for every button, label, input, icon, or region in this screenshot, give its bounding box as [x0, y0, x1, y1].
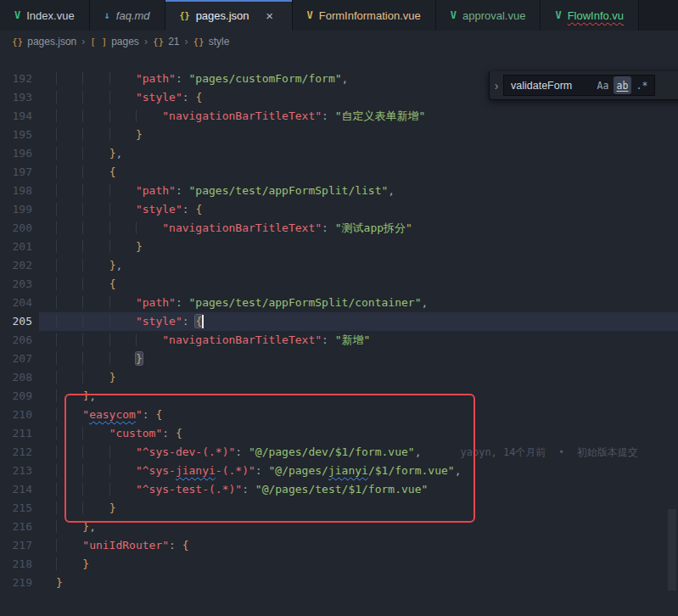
breadcrumb-item-pages-json[interactable]: {}pages.json: [12, 36, 76, 48]
line-number[interactable]: 200: [0, 219, 39, 238]
token-b: {: [195, 91, 202, 104]
token-k: "navigationBarTitleText": [162, 221, 322, 234]
token-s: "测试app拆分": [335, 221, 412, 234]
token-ws: [56, 445, 136, 458]
line-number[interactable]: 212: [0, 443, 39, 462]
code-line-202[interactable]: 202 },: [0, 256, 678, 275]
line-number[interactable]: 204: [0, 294, 39, 312]
line-number[interactable]: 206: [0, 331, 39, 350]
code-line-213[interactable]: 213 "^sys-jianyi-(.*)": "@/pages/jianyi/…: [0, 462, 678, 480]
line-content: ],: [39, 387, 678, 406]
breadcrumb-item-21[interactable]: {}21: [153, 36, 180, 48]
token-k: "path": [136, 296, 176, 309]
code-line-194[interactable]: 194 "navigationBarTitleText": "自定义表单新增": [0, 107, 678, 126]
line-content: {: [39, 163, 678, 182]
token-b: }: [82, 520, 89, 533]
line-number[interactable]: 218: [0, 555, 39, 574]
line-number[interactable]: 216: [0, 518, 39, 536]
line-content: }: [39, 350, 678, 368]
scrollbar[interactable]: [668, 509, 676, 591]
line-number[interactable]: 197: [0, 163, 39, 182]
line-number[interactable]: 199: [0, 200, 39, 219]
code-line-219[interactable]: 219}: [0, 574, 678, 592]
line-number[interactable]: 205: [0, 312, 39, 331]
line-number[interactable]: 203: [0, 275, 39, 294]
code-line-200[interactable]: 200 "navigationBarTitleText": "测试app拆分": [0, 219, 678, 238]
token-ws: [56, 240, 136, 253]
tab-pages-json[interactable]: {}pages.json×: [165, 0, 293, 31]
token-b: }: [109, 501, 116, 514]
token-b: }: [82, 557, 89, 570]
code-line-208[interactable]: 208 }: [0, 368, 678, 387]
code-line-215[interactable]: 215 }: [0, 499, 678, 518]
line-number[interactable]: 211: [0, 424, 39, 443]
tab-approval-vue[interactable]: Vapproval.vue: [436, 0, 541, 31]
tab-forminformation-vue[interactable]: VFormInformation.vue: [293, 0, 436, 31]
token-s: "自定义表单新增": [335, 109, 426, 122]
code-line-210[interactable]: 210 "easycom": {: [0, 406, 678, 424]
tab-flowinfo-vu[interactable]: VFlowInfo.vu: [541, 0, 639, 31]
code-line-216[interactable]: 216 },: [0, 518, 678, 536]
whole-word-button[interactable]: ab: [614, 76, 631, 94]
token-ws: [56, 427, 109, 440]
breadcrumb-separator: ›: [139, 36, 153, 48]
tab-faq-md[interactable]: ↓faq.md: [90, 0, 165, 31]
tab-index-vue[interactable]: VIndex.vue: [0, 0, 90, 31]
code-line-196[interactable]: 196 },: [0, 144, 678, 163]
line-number[interactable]: 207: [0, 350, 39, 368]
code-line-203[interactable]: 203 {: [0, 275, 678, 294]
editor[interactable]: 192 "path": "pages/customForm/form",193 …: [0, 53, 678, 616]
line-number[interactable]: 202: [0, 256, 39, 275]
token-k: ": [136, 408, 143, 421]
token-p: :: [162, 427, 176, 440]
line-number[interactable]: 196: [0, 144, 39, 163]
code-line-195[interactable]: 195 }: [0, 126, 678, 144]
search-input[interactable]: [511, 80, 592, 92]
toggle-replace-button[interactable]: ›: [490, 71, 503, 99]
line-content: }: [39, 126, 678, 144]
line-content: "style": {: [39, 312, 678, 331]
code-line-218[interactable]: 218 }: [0, 555, 678, 574]
line-number[interactable]: 198: [0, 182, 39, 200]
token-p: ,: [421, 296, 428, 309]
line-number[interactable]: 194: [0, 107, 39, 126]
token-p: :: [176, 72, 189, 85]
code-line-197[interactable]: 197 {: [0, 163, 678, 182]
token-s: /$1/form.vue": [368, 464, 455, 477]
line-content: "^sys-test-(.*)": "@/pages/test/$1/form.…: [39, 480, 678, 499]
line-number[interactable]: 215: [0, 499, 39, 518]
code-line-206[interactable]: 206 "navigationBarTitleText": "新增": [0, 331, 678, 350]
match-case-button[interactable]: Aa: [594, 76, 612, 94]
code-line-198[interactable]: 198 "path": "pages/test/appFormSplit/lis…: [0, 182, 678, 200]
breadcrumb-item-pages[interactable]: [ ]pages: [90, 36, 139, 48]
line-number[interactable]: 192: [0, 70, 39, 88]
tab-bar: VIndex.vue↓faq.md{}pages.json×VFormInfor…: [0, 0, 678, 31]
code-line-209[interactable]: 209 ],: [0, 387, 678, 406]
token-p: ,: [388, 184, 395, 197]
code-line-214[interactable]: 214 "^sys-test-(.*)": "@/pages/test/$1/f…: [0, 480, 678, 499]
code-line-205[interactable]: 205 "style": {: [0, 312, 678, 331]
close-icon[interactable]: ×: [262, 8, 277, 23]
line-number[interactable]: 213: [0, 462, 39, 480]
line-number[interactable]: 195: [0, 126, 39, 144]
code-line-217[interactable]: 217 "uniIdRouter": {: [0, 536, 678, 555]
line-number[interactable]: 210: [0, 406, 39, 424]
line-number[interactable]: 193: [0, 88, 39, 107]
breadcrumb-item-style[interactable]: {}style: [193, 36, 229, 48]
line-number[interactable]: 208: [0, 368, 39, 387]
code-line-201[interactable]: 201 }: [0, 238, 678, 256]
code-line-207[interactable]: 207 }: [0, 350, 678, 368]
code-line-204[interactable]: 204 "path": "pages/test/appFormSplit/con…: [0, 294, 678, 312]
search-input-box: Aa ab .*: [503, 75, 655, 96]
find-widget: › Aa ab .*: [489, 71, 678, 100]
line-number[interactable]: 214: [0, 480, 39, 499]
line-number[interactable]: 219: [0, 574, 39, 592]
code-line-211[interactable]: 211 "custom": {: [0, 424, 678, 443]
tab-label: pages.json: [196, 9, 249, 22]
regex-button[interactable]: .*: [633, 76, 651, 94]
line-number[interactable]: 209: [0, 387, 39, 406]
line-number[interactable]: 201: [0, 238, 39, 256]
code-line-199[interactable]: 199 "style": {: [0, 200, 678, 219]
line-number[interactable]: 217: [0, 536, 39, 555]
code-line-212[interactable]: 212 "^sys-dev-(.*)": "@/pages/dev/$1/for…: [0, 443, 678, 462]
